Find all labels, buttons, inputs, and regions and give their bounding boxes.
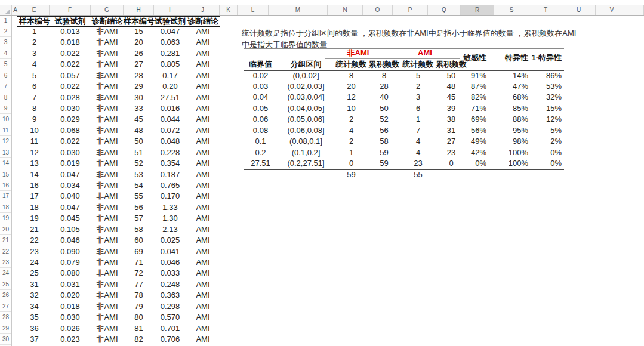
stat-total-non-ami[interactable]: 59 [334, 169, 368, 180]
left-cell-r29-c3[interactable]: 81 [124, 323, 154, 334]
row-header-13[interactable]: 13 [0, 147, 11, 158]
col-header-J[interactable]: J [186, 5, 220, 15]
left-cell-r4-c3[interactable]: 26 [124, 48, 154, 59]
left-cell-r18-c4[interactable]: 1.33 [154, 202, 186, 213]
stat-cell-r2-c1[interactable]: (0.03,0.04] [278, 92, 334, 103]
stat-cell-r7-c3[interactable]: 59 [367, 147, 401, 158]
left-cell-r11-c5[interactable]: AMI [186, 125, 220, 136]
left-cell-r19-c4[interactable]: 1.30 [154, 213, 186, 224]
row-header-10[interactable]: 10 [0, 114, 11, 125]
row-header-14[interactable]: 14 [0, 158, 11, 169]
left-cell-r3-c3[interactable]: 20 [124, 37, 154, 48]
row-header-7[interactable]: 7 [0, 81, 11, 92]
left-cell-r3-c0[interactable]: 2 [19, 37, 50, 48]
left-cell-r6-c4[interactable]: 0.17 [154, 70, 186, 81]
row-header-26[interactable]: 26 [0, 290, 11, 301]
left-cell-r8-c2[interactable]: 非AMI [91, 92, 124, 103]
left-cell-r15-c3[interactable]: 53 [124, 169, 154, 180]
col-header-S[interactable]: S [494, 5, 529, 15]
left-cell-r10-c2[interactable]: 非AMI [91, 114, 124, 125]
stat-cell-r3-c3[interactable]: 50 [367, 103, 401, 114]
col-header-Q[interactable]: Q [428, 5, 461, 15]
stat-cell-r8-c1[interactable]: (0.2,27.51] [278, 158, 334, 169]
stat-cell-r6-c1[interactable]: (0.08,0.1] [278, 136, 334, 147]
left-cell-r4-c4[interactable]: 0.281 [154, 48, 186, 59]
left-cell-r26-c4[interactable]: 0.363 [154, 290, 186, 301]
left-cell-r28-c2[interactable]: 非AMI [91, 312, 124, 323]
left-cell-r26-c1[interactable]: 0.020 [50, 290, 91, 301]
row-header-4[interactable]: 4 [0, 48, 11, 59]
left-cell-r16-c1[interactable]: 0.034 [50, 180, 91, 191]
stat-cell-r4-c3[interactable]: 52 [367, 114, 401, 125]
left-cell-r7-c4[interactable]: 0.20 [154, 81, 186, 92]
left-cell-r14-c3[interactable]: 52 [124, 158, 154, 169]
stat-cell-r3-c1[interactable]: (0.04,0.05] [278, 103, 334, 114]
left-cell-r13-c3[interactable]: 51 [124, 147, 154, 158]
left-cell-r19-c1[interactable]: 0.045 [50, 213, 91, 224]
left-cell-r7-c0[interactable]: 6 [19, 81, 50, 92]
left-cell-r9-c5[interactable]: AMI [186, 103, 220, 114]
left-cell-r28-c1[interactable]: 0.030 [50, 312, 91, 323]
left-cell-r27-c0[interactable]: 34 [19, 301, 50, 312]
col-header-P[interactable]: P [393, 5, 428, 15]
left-cell-r21-c5[interactable]: AMI [186, 235, 220, 246]
left-cell-r16-c3[interactable]: 54 [124, 180, 154, 191]
left-cell-r23-c3[interactable]: 71 [124, 257, 154, 268]
row-header-8[interactable]: 8 [0, 92, 11, 103]
left-cell-r12-c2[interactable]: 非AMI [91, 136, 124, 147]
row-header-3[interactable]: 3 [0, 37, 11, 48]
left-cell-r30-c5[interactable]: AMI [186, 334, 220, 345]
stat-cell-r5-c2[interactable]: 4 [334, 125, 368, 136]
stat-cell-r1-c4[interactable]: 2 [401, 81, 435, 92]
row-header-9[interactable]: 9 [0, 103, 11, 114]
left-cell-r7-c5[interactable]: AMI [186, 81, 220, 92]
left-cell-r15-c5[interactable]: AMI [186, 169, 220, 180]
left-cell-r29-c5[interactable]: AMI [186, 323, 220, 334]
stat-cell-r6-c8[interactable]: 2% [520, 136, 562, 147]
left-cell-r29-c1[interactable]: 0.026 [50, 323, 91, 334]
left-cell-r19-c3[interactable]: 57 [124, 213, 154, 224]
stat-cell-r3-c8[interactable]: 15% [520, 103, 562, 114]
left-cell-r2-c0[interactable]: 1 [19, 26, 50, 37]
left-cell-r5-c3[interactable]: 27 [124, 59, 154, 70]
stat-total-ami[interactable]: 55 [401, 169, 435, 180]
left-cell-r6-c2[interactable]: 非AMI [91, 70, 124, 81]
left-cell-r16-c4[interactable]: 0.765 [154, 180, 186, 191]
stat-cell-r6-c2[interactable]: 2 [334, 136, 368, 147]
left-cell-r18-c1[interactable]: 0.047 [50, 202, 91, 213]
col-header-R[interactable]: R [461, 5, 494, 15]
left-cell-r28-c3[interactable]: 80 [124, 312, 154, 323]
left-cell-r9-c4[interactable]: 0.016 [154, 103, 186, 114]
left-cell-r16-c5[interactable]: AMI [186, 180, 220, 191]
stat-cell-r5-c0[interactable]: 0.08 [244, 125, 278, 136]
stat-cell-r2-c4[interactable]: 3 [401, 92, 435, 103]
stat-cell-r8-c4[interactable]: 23 [401, 158, 435, 169]
row-header-21[interactable]: 21 [0, 235, 11, 246]
stat-cell-r1-c1[interactable]: (0.02,0.03] [278, 81, 334, 92]
left-cell-r17-c3[interactable]: 55 [124, 191, 154, 202]
stat-cell-r6-c0[interactable]: 0.1 [244, 136, 278, 147]
left-cell-r19-c5[interactable]: AMI [186, 213, 220, 224]
stat-cell-r3-c2[interactable]: 10 [334, 103, 368, 114]
row-header-5[interactable]: 5 [0, 59, 11, 70]
left-cell-r24-c1[interactable]: 0.080 [50, 268, 91, 279]
left-cell-r25-c3[interactable]: 77 [124, 279, 154, 290]
stat-cell-r1-c2[interactable]: 20 [334, 81, 368, 92]
row-header-22[interactable]: 22 [0, 246, 11, 257]
left-cell-r9-c0[interactable]: 8 [19, 103, 50, 114]
col-header-O[interactable]: O [363, 5, 393, 15]
row-header-20[interactable]: 20 [0, 224, 11, 235]
left-cell-r5-c2[interactable]: 非AMI [91, 59, 124, 70]
left-cell-r20-c3[interactable]: 58 [124, 224, 154, 235]
stat-cell-r2-c0[interactable]: 0.04 [244, 92, 278, 103]
col-header-I[interactable]: I [154, 5, 186, 15]
left-cell-r28-c4[interactable]: 0.570 [154, 312, 186, 323]
left-cell-r26-c2[interactable]: 非AMI [91, 290, 124, 301]
left-cell-r30-c4[interactable]: 0.706 [154, 334, 186, 345]
stat-cell-r4-c4[interactable]: 1 [401, 114, 435, 125]
stat-cell-r7-c6[interactable]: 42% [445, 147, 486, 158]
left-cell-r21-c0[interactable]: 22 [19, 235, 50, 246]
left-cell-r4-c2[interactable]: 非AMI [91, 48, 124, 59]
row-header-23[interactable]: 23 [0, 257, 11, 268]
left-cell-r21-c2[interactable]: 非AMI [91, 235, 124, 246]
